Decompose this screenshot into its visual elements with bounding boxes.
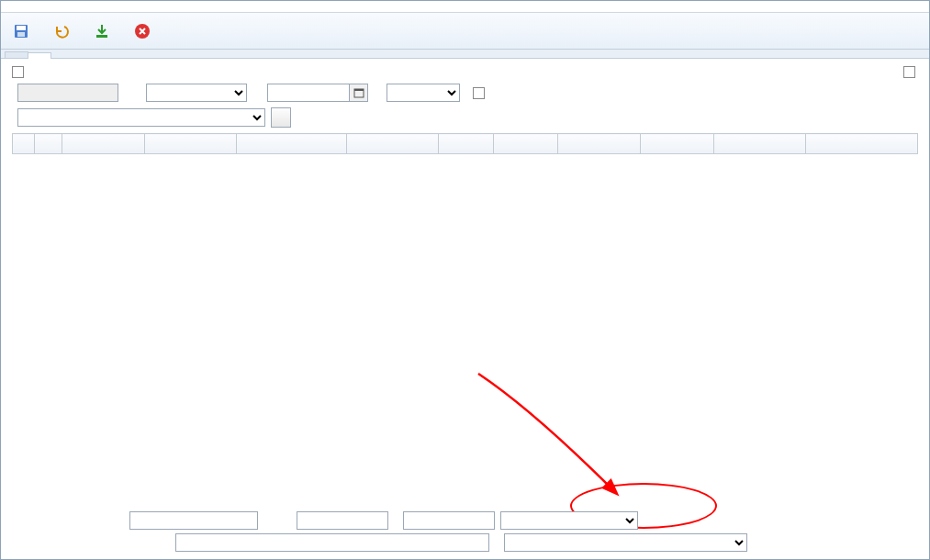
footer	[12, 508, 918, 552]
tabs	[1, 50, 929, 59]
annotation-arrow	[460, 355, 644, 502]
payacc-select[interactable]	[504, 533, 747, 552]
date-input[interactable]	[267, 84, 350, 102]
col-remark[interactable]	[806, 134, 918, 154]
checkbox-icon	[903, 66, 915, 78]
choose-button[interactable]	[271, 107, 291, 128]
svg-rect-2	[17, 32, 25, 37]
paid-input[interactable]	[403, 511, 495, 530]
close-button[interactable]	[128, 18, 161, 44]
type-select[interactable]	[387, 84, 460, 102]
scan-checkbox[interactable]	[12, 66, 27, 78]
items-table	[12, 133, 918, 154]
svg-rect-6	[354, 89, 364, 91]
checkbox-icon	[12, 66, 24, 78]
svg-rect-1	[17, 26, 26, 30]
col-relno[interactable]	[714, 134, 806, 154]
index-header	[35, 134, 62, 154]
bom-part-checkbox[interactable]	[473, 87, 487, 99]
cancel-button[interactable]	[47, 18, 80, 44]
bom-gen-checkbox[interactable]	[903, 66, 918, 78]
col-name[interactable]	[145, 134, 237, 154]
close-icon	[133, 22, 151, 40]
col-unit[interactable]	[439, 134, 494, 154]
window-titlebar	[1, 1, 929, 13]
col-price[interactable]	[558, 134, 641, 154]
checkbox-icon	[473, 87, 485, 99]
content-area	[1, 59, 929, 162]
gutter-header	[13, 134, 35, 154]
col-spec[interactable]	[237, 134, 347, 154]
partner-select[interactable]	[17, 108, 265, 127]
tab-detail[interactable]	[28, 52, 51, 59]
import-excel-button[interactable]	[87, 18, 120, 44]
payable-input[interactable]	[297, 511, 388, 530]
order-no-input	[17, 84, 118, 102]
save-icon	[12, 22, 30, 40]
import-icon	[93, 22, 111, 40]
svg-rect-3	[96, 35, 107, 38]
col-category[interactable]	[347, 134, 439, 154]
discount-input[interactable]	[129, 511, 258, 530]
project-select[interactable]	[146, 84, 247, 102]
all-payable-select[interactable]	[500, 511, 638, 530]
tab-list[interactable]	[5, 51, 28, 58]
table-header-row	[13, 134, 918, 154]
save-button[interactable]	[6, 18, 39, 44]
attach-input[interactable]	[175, 533, 489, 552]
col-amount[interactable]	[641, 134, 714, 154]
toolbar	[1, 13, 929, 50]
col-code[interactable]	[62, 134, 145, 154]
undo-icon	[52, 22, 71, 40]
calendar-icon[interactable]	[350, 84, 368, 102]
col-qty[interactable]	[494, 134, 558, 154]
